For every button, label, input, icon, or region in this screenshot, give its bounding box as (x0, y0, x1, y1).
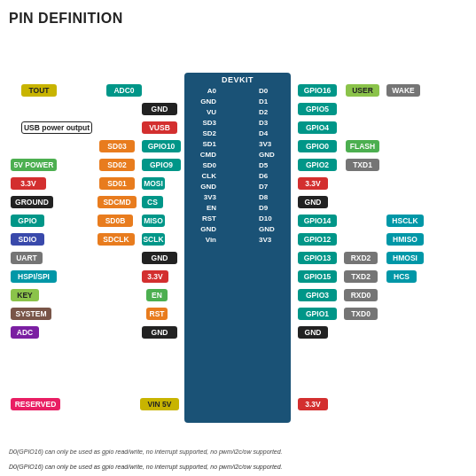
pin-miso: MISO (142, 215, 165, 227)
pin-gnd-r1: GND (298, 196, 328, 208)
pin-sdio: SDIO (11, 233, 44, 246)
pin-row-4: SD2D4 (184, 128, 291, 138)
pin-gpio10: GPIO10 (142, 140, 181, 152)
pin-ground: GROUND (11, 196, 53, 208)
pin-reserved: RESERVED (11, 398, 60, 410)
pin-rxd0: RXD0 (344, 289, 378, 301)
pin-sd02: SD02 (99, 159, 135, 171)
pin-tout: TOUT (21, 84, 57, 97)
pin-rst: RST (146, 308, 168, 320)
pin-gpio14: GPIO14 (298, 215, 337, 227)
pin-row-5: SD13V3 (184, 138, 291, 149)
pin-gpio13: GPIO13 (298, 252, 337, 264)
pin-rxd2: RXD2 (344, 252, 378, 264)
pin-hmiso: HMISO (386, 233, 424, 246)
pin-sclk: SCLK (142, 233, 165, 246)
pin-txd1: TXD1 (346, 159, 379, 171)
pin-row-6: CMDGND (184, 149, 291, 160)
pin-user: USER (346, 84, 379, 97)
devkit-board: DEVKIT A0D0 GNDD1 VUD2 SD3D3 SD2D4 SD13V… (184, 73, 291, 423)
pin-sdcmd: SDCMD (98, 196, 137, 208)
pin-vin5v: VIN 5V (140, 398, 179, 410)
pin-flash: FLASH (346, 140, 379, 152)
pin-adc: ADC (11, 326, 39, 339)
pin-hcs: HCS (386, 270, 417, 283)
pin-33v-r: 3.3V (298, 177, 328, 190)
pin-gnd-l2: GND (142, 252, 177, 264)
board-title: DEVKIT (222, 73, 254, 85)
pin-sd0b: SD0B (98, 215, 133, 227)
pin-row-1: GNDD1 (184, 96, 291, 106)
footnote-text: D0(GPIO16) can only be used as gpio read… (9, 449, 467, 455)
pin-wake: WAKE (386, 84, 420, 97)
pin-row-14: Vin3V3 (184, 234, 291, 245)
pin-gpio5: GPIO5 (298, 103, 337, 115)
pin-33v-l2: 3.3V (142, 270, 168, 283)
pin-row-9: GNDD7 (184, 181, 291, 191)
pin-row-12: RSTD10 (184, 213, 291, 223)
pin-row-10: 3V3D8 (184, 191, 291, 202)
pin-key: KEY (11, 289, 39, 301)
pin-gpio15: GPIO15 (298, 270, 337, 283)
pin-row-2: VUD2 (184, 106, 291, 117)
pin-33v-l: 3.3V (11, 177, 46, 190)
pin-gnd-l3: GND (142, 326, 177, 339)
pin-33v-r2: 3.3V (298, 398, 328, 410)
pin-mosi: MOSI (142, 177, 165, 190)
pin-system: SYSTEM (11, 308, 51, 320)
pin-row-11: END9 (184, 202, 291, 213)
pin-cs: CS (142, 196, 163, 208)
pin-row-0: A0D0 (184, 85, 291, 96)
pin-row-3: SD3D3 (184, 117, 291, 128)
pin-gpio4: GPIO4 (298, 121, 337, 134)
pin-gnd-r2: GND (298, 326, 328, 339)
pin-en: EN (146, 289, 168, 301)
pin-row-13: GNDGND (184, 223, 291, 234)
pin-gnd-l1: GND (142, 103, 177, 115)
pin-row-7: SD0D5 (184, 160, 291, 170)
footnote: D0(GPIO16) can only be used as gpio read… (9, 464, 470, 470)
pin-gpio9: GPIO9 (142, 159, 181, 171)
pin-diagram: DEVKIT A0D0 GNDD1 VUD2 SD3D3 SD2D4 SD13V… (9, 35, 467, 443)
pin-gpio3: GPIO3 (298, 289, 337, 301)
pin-sd01: SD01 (99, 177, 135, 190)
pin-hmosi: HMOSI (386, 252, 424, 264)
pin-5v-power: 5V POWER (11, 159, 57, 171)
pin-hspi-spi: HSPI/SPI (11, 270, 57, 283)
page: PIN DEFINITION DEVKIT A0D0 GNDD1 VUD2 SD… (0, 0, 476, 476)
pin-txd2: TXD2 (344, 270, 378, 283)
pin-gpio1: GPIO1 (298, 308, 337, 320)
pin-sd03: SD03 (99, 140, 135, 152)
pin-txd0: TXD0 (344, 308, 378, 320)
pin-gpio12: GPIO12 (298, 233, 337, 246)
pin-gpio0: GPIO0 (298, 140, 337, 152)
pin-gpio: GPIO (11, 215, 44, 227)
pin-adc0: ADC0 (106, 84, 142, 97)
pin-vusb: VUSB (142, 121, 177, 134)
pin-uart: UART (11, 252, 43, 264)
pin-row-8: CLKD6 (184, 170, 291, 181)
pin-usb-power: USB power output (21, 121, 92, 134)
pin-gpio16: GPIO16 (298, 84, 337, 97)
pin-hsclk: HSCLK (386, 215, 424, 227)
page-title: PIN DEFINITION (9, 11, 467, 27)
pin-gpio2: GPIO2 (298, 159, 337, 171)
pin-sdclk: SDCLK (98, 233, 135, 246)
